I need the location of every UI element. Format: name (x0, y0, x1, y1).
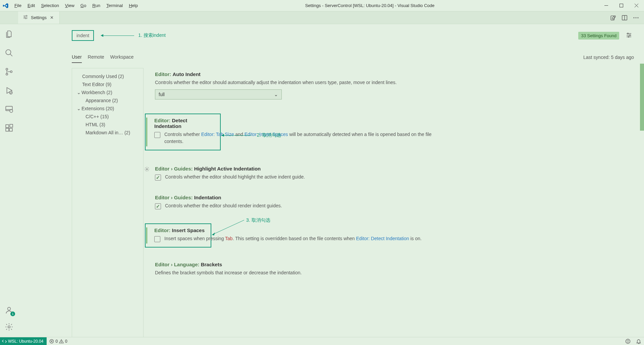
window-controls (599, 0, 644, 11)
scope-tab-user[interactable]: User (72, 52, 82, 63)
settings-scope-tabs: User Remote Workspace Last synced: 5 day… (72, 52, 634, 63)
svg-line-35 (212, 220, 244, 235)
svg-point-10 (634, 17, 635, 18)
toc-html[interactable]: HTML (3) (72, 121, 143, 129)
svg-point-11 (636, 17, 637, 18)
chevron-down-icon: ⌄ (77, 106, 81, 111)
menu-run[interactable]: Run (89, 3, 103, 8)
settings-list: Editor: Auto Indent Controls whether the… (144, 68, 634, 337)
status-remote[interactable]: WSL: Ubuntu-20.04 (0, 337, 47, 345)
filter-settings-icon[interactable] (625, 31, 634, 40)
setting-description: Controls whether the editor should highl… (165, 174, 305, 181)
highlight-active-checkbox[interactable] (155, 175, 161, 181)
setting-title: Editor: Auto Indent (155, 71, 634, 77)
settings-search-row: indent 1. 搜索indent 33 Settings Found (72, 30, 634, 41)
svg-point-12 (638, 17, 639, 18)
svg-point-6 (25, 18, 26, 19)
activity-bar: 1 (0, 24, 18, 337)
settings-body: Commonly Used (2) Text Editor (9) ⌄Workb… (72, 68, 634, 337)
scope-tab-remote[interactable]: Remote (88, 52, 104, 63)
svg-point-17 (10, 71, 12, 72)
settings-editor: indent 1. 搜索indent 33 Settings Found Use… (18, 24, 644, 337)
svg-point-33 (628, 36, 629, 37)
link-detect-indentation[interactable]: Editor: Detect Indentation (356, 236, 409, 241)
toc-commonly-used[interactable]: Commonly Used (2) (72, 72, 143, 80)
svg-rect-22 (6, 125, 9, 128)
setting-description: Defines the bracket symbols that increas… (155, 269, 443, 276)
svg-point-43 (627, 340, 627, 341)
explorer-icon[interactable] (4, 29, 14, 40)
results-count-badge: 33 Settings Found (578, 32, 619, 40)
annotation-1-text: 1. 搜索indent (138, 32, 166, 39)
svg-line-14 (10, 54, 12, 56)
auto-indent-select[interactable]: full ⌄ (155, 89, 282, 99)
search-icon[interactable] (4, 48, 14, 58)
extensions-icon[interactable] (4, 123, 14, 133)
window-title: Settings - ServerControl [WSL: Ubuntu-20… (141, 3, 599, 8)
tab-label: Settings (31, 15, 47, 20)
toc-workbench[interactable]: ⌄Workbench (2) (72, 88, 143, 96)
tab-settings[interactable]: Settings ✕ (18, 11, 60, 24)
svg-point-21 (10, 110, 13, 113)
setting-title: Editor: Insert Spaces (154, 227, 206, 233)
detect-indentation-checkbox[interactable] (154, 132, 160, 138)
menu-terminal[interactable]: Terminal (103, 3, 126, 8)
svg-point-27 (8, 326, 10, 328)
status-feedback-icon[interactable] (623, 339, 633, 344)
main-layout: 1 indent 1. 搜索indent 33 Settings Found U… (0, 24, 644, 337)
run-debug-icon[interactable] (4, 85, 14, 96)
menu-go[interactable]: Go (77, 3, 89, 8)
svg-point-31 (628, 33, 629, 34)
more-actions-button[interactable] (631, 13, 641, 22)
status-right (623, 339, 644, 344)
toc-extensions[interactable]: ⌄Extensions (20) (72, 105, 143, 113)
accounts-icon[interactable]: 1 (4, 305, 14, 316)
minimize-button[interactable] (599, 0, 614, 11)
indentation-checkbox[interactable] (155, 203, 161, 209)
settings-toc: Commonly Used (2) Text Editor (9) ⌄Workb… (72, 68, 144, 337)
setting-description: Controls whether Editor: Tab Size and Ed… (164, 131, 436, 145)
chevron-down-icon: ⌄ (77, 90, 81, 95)
toc-markdown[interactable]: Markdown All in… (2) (72, 129, 143, 137)
menu-selection[interactable]: Selection (38, 3, 62, 8)
svg-point-32 (630, 34, 631, 36)
chevron-down-icon: ⌄ (274, 92, 278, 97)
svg-point-34 (146, 168, 148, 170)
menu-help[interactable]: Help (126, 3, 141, 8)
menu-edit[interactable]: Edit (24, 3, 38, 8)
close-button[interactable] (629, 0, 644, 11)
remote-explorer-icon[interactable] (4, 104, 14, 115)
menu-bar: File Edit Selection View Go Run Terminal… (11, 3, 141, 8)
insert-spaces-checkbox[interactable] (154, 236, 160, 242)
setting-indentation: Editor › Guides: Indentation Controls wh… (155, 195, 634, 209)
tab-actions (608, 11, 644, 24)
gear-icon[interactable] (144, 166, 150, 173)
annotation-3-text: 3. 取消勾选 (246, 217, 270, 223)
modified-indicator (146, 118, 147, 146)
status-bar: WSL: Ubuntu-20.04 0 0 (0, 337, 644, 345)
source-control-icon[interactable] (4, 66, 14, 77)
scrollbar-marker[interactable] (640, 64, 644, 131)
split-editor-button[interactable] (620, 13, 629, 22)
open-settings-json-button[interactable] (608, 13, 618, 22)
toc-cpp[interactable]: C/C++ (15) (72, 113, 143, 121)
tab-spacer (0, 11, 18, 24)
toc-appearance[interactable]: Appearance (2) (72, 96, 143, 105)
activity-bottom: 1 (4, 305, 14, 337)
menu-view[interactable]: View (62, 3, 77, 8)
setting-description: Insert spaces when pressing Tab. This se… (164, 235, 422, 242)
vscode-icon (0, 3, 11, 9)
settings-search-input[interactable]: indent (72, 30, 94, 41)
menu-file[interactable]: File (11, 3, 24, 8)
manage-icon[interactable] (4, 322, 14, 332)
setting-highlight-active-indentation: Editor › Guides: Highlight Active Indent… (155, 166, 634, 181)
status-notifications-icon[interactable] (633, 339, 644, 344)
setting-brackets: Editor › Language: Brackets Defines the … (155, 262, 634, 276)
toc-text-editor[interactable]: Text Editor (9) (72, 80, 143, 88)
scope-tab-workspace[interactable]: Workspace (110, 52, 134, 63)
tab-close-button[interactable]: ✕ (49, 15, 55, 20)
setting-description: Controls whether the editor should rende… (165, 202, 282, 209)
maximize-button[interactable] (614, 0, 629, 11)
svg-point-42 (626, 339, 630, 343)
status-problems[interactable]: 0 0 (47, 339, 70, 344)
